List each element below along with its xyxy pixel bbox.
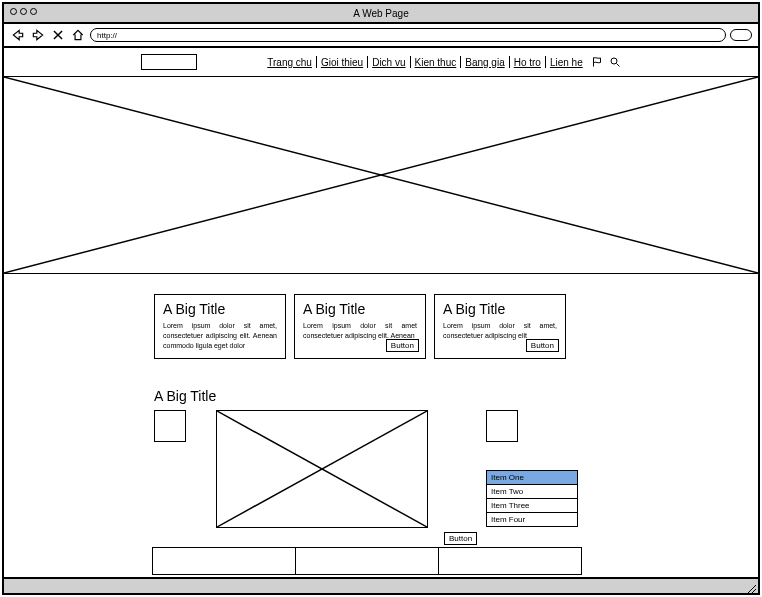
logo-placeholder[interactable] xyxy=(141,54,197,70)
window-dot[interactable] xyxy=(30,8,37,15)
card-title: A Big Title xyxy=(443,301,557,317)
back-icon[interactable] xyxy=(10,28,26,42)
list-item[interactable]: Item Four xyxy=(487,513,577,526)
card-title: A Big Title xyxy=(163,301,277,317)
search-icon[interactable] xyxy=(609,56,621,68)
section-title: A Big Title xyxy=(154,388,216,404)
footer-col xyxy=(296,548,439,574)
card-text: Lorem ipsum dolor sit amet, consectetuer… xyxy=(443,321,557,341)
list-item[interactable]: Item Three xyxy=(487,499,577,513)
titlebar: A Web Page xyxy=(4,4,758,24)
thumbnail-placeholder[interactable] xyxy=(154,410,186,442)
window-dot[interactable] xyxy=(20,8,27,15)
footer-columns xyxy=(152,547,582,575)
list-item[interactable]: Item One xyxy=(487,471,577,485)
footer-col xyxy=(153,548,296,574)
nav-link[interactable]: Kien thuc xyxy=(413,57,459,68)
page-content: Trang chu Gioi thieu Dich vu Kien thuc B… xyxy=(4,48,758,575)
nav-link[interactable]: Gioi thieu xyxy=(319,57,365,68)
main-nav: Trang chu Gioi thieu Dich vu Kien thuc B… xyxy=(265,56,621,68)
nav-link[interactable]: Ho tro xyxy=(512,57,543,68)
cards-row: A Big Title Lorem ipsum dolor sit amet, … xyxy=(154,294,566,359)
feature-card: A Big Title Lorem ipsum dolor sit amet, … xyxy=(434,294,566,359)
go-button[interactable] xyxy=(730,29,752,41)
browser-window: A Web Page http:// Trang chu Gioi thieu … xyxy=(2,2,760,595)
window-controls[interactable] xyxy=(10,8,37,15)
home-icon[interactable] xyxy=(70,28,86,42)
card-title: A Big Title xyxy=(303,301,417,317)
window-dot[interactable] xyxy=(10,8,17,15)
list-item[interactable]: Item Two xyxy=(487,485,577,499)
media-row xyxy=(154,410,518,528)
card-text: Lorem ipsum dolor sit amet consectetuer … xyxy=(303,321,417,341)
url-input[interactable]: http:// xyxy=(90,28,726,42)
stop-icon[interactable] xyxy=(50,28,66,42)
thumbnail-placeholder[interactable] xyxy=(486,410,518,442)
feature-card: A Big Title Lorem ipsum dolor sit amet, … xyxy=(154,294,286,359)
feature-card: A Big Title Lorem ipsum dolor sit amet c… xyxy=(294,294,426,359)
card-button[interactable]: Button xyxy=(386,339,419,352)
nav-link[interactable]: Dich vu xyxy=(370,57,407,68)
nav-link[interactable]: Bang gia xyxy=(463,57,506,68)
forward-icon[interactable] xyxy=(30,28,46,42)
resize-grip-icon[interactable] xyxy=(744,581,756,593)
hero-image-placeholder xyxy=(4,76,758,274)
card-text: Lorem ipsum dolor sit amet, consectetuer… xyxy=(163,321,277,350)
flag-icon[interactable] xyxy=(591,56,603,68)
svg-point-0 xyxy=(611,58,617,64)
section-button[interactable]: Button xyxy=(444,532,477,545)
statusbar xyxy=(4,577,758,593)
footer-col xyxy=(439,548,581,574)
window-title: A Web Page xyxy=(4,4,758,24)
nav-link[interactable]: Lien he xyxy=(548,57,585,68)
nav-link[interactable]: Trang chu xyxy=(265,57,314,68)
site-header: Trang chu Gioi thieu Dich vu Kien thuc B… xyxy=(4,48,758,76)
listbox[interactable]: Item One Item Two Item Three Item Four xyxy=(486,470,578,527)
card-button[interactable]: Button xyxy=(526,339,559,352)
browser-toolbar: http:// xyxy=(4,24,758,48)
video-placeholder[interactable] xyxy=(216,410,428,528)
url-text: http:// xyxy=(97,31,117,40)
